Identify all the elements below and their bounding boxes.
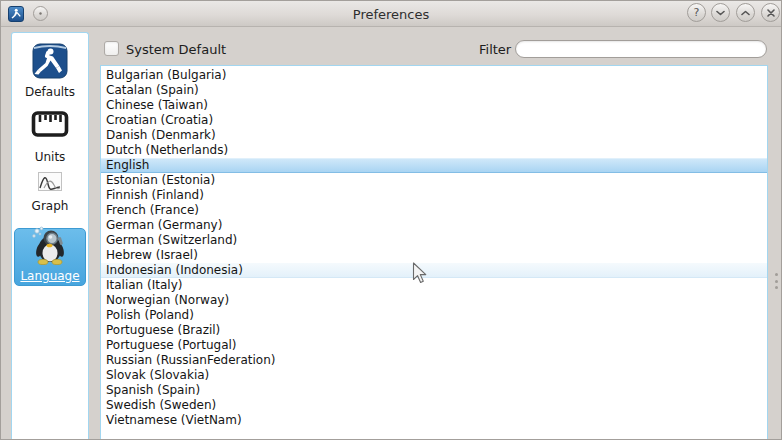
diver-icon <box>32 43 68 83</box>
list-item[interactable]: Bulgarian (Bulgaria) <box>101 68 767 83</box>
list-item[interactable]: Portuguese (Brazil) <box>101 323 767 338</box>
list-item[interactable]: Chinese (Taiwan) <box>101 98 767 113</box>
sidebar-item-graph[interactable]: Graph <box>32 172 69 213</box>
system-default-label: System Default <box>126 42 226 57</box>
list-item[interactable]: Italian (Italy) <box>101 278 767 293</box>
ruler-icon <box>31 110 69 142</box>
filter-label: Filter <box>479 42 511 57</box>
list-item[interactable]: Polish (Poland) <box>101 308 767 323</box>
close-icon <box>767 9 775 17</box>
sidebar-item-language[interactable]: Language <box>14 228 86 286</box>
sidebar-item-label: Units <box>35 150 66 164</box>
system-default-checkbox[interactable] <box>104 41 119 56</box>
tux-penguin-icon <box>28 225 72 269</box>
language-list: Bulgarian (Bulgaria)Catalan (Spain)Chine… <box>100 65 768 440</box>
sidebar-item-label: Defaults <box>25 85 75 99</box>
list-item[interactable]: English <box>101 158 767 173</box>
list-item[interactable]: Danish (Denmark) <box>101 128 767 143</box>
titlebar[interactable]: Preferences ? <box>1 1 781 27</box>
list-item[interactable]: Finnish (Finland) <box>101 188 767 203</box>
sidebar-item-label: Language <box>20 269 79 283</box>
list-item[interactable]: Catalan (Spain) <box>101 83 767 98</box>
list-item[interactable]: Vietnamese (VietNam) <box>101 413 767 428</box>
close-button[interactable] <box>761 3 780 22</box>
list-item[interactable]: German (Germany) <box>101 218 767 233</box>
window-resize-grip[interactable] <box>775 273 778 289</box>
sidebar: Defaults Units <box>11 32 89 440</box>
help-button[interactable]: ? <box>687 3 706 22</box>
chevron-up-icon <box>741 10 750 16</box>
list-item[interactable]: German (Switzerland) <box>101 233 767 248</box>
list-item[interactable]: Spanish (Spain) <box>101 383 767 398</box>
list-item[interactable]: Swedish (Sweden) <box>101 398 767 413</box>
filter-input[interactable] <box>515 40 767 58</box>
list-item[interactable]: Norwegian (Norway) <box>101 293 767 308</box>
chevron-down-icon <box>716 10 725 16</box>
graph-curve-icon <box>38 172 62 195</box>
list-item[interactable]: Croatian (Croatia) <box>101 113 767 128</box>
unshade-button[interactable] <box>736 3 755 22</box>
list-item[interactable]: Russian (RussianFederation) <box>101 353 767 368</box>
list-item[interactable]: French (France) <box>101 203 767 218</box>
list-item[interactable]: Estonian (Estonia) <box>101 173 767 188</box>
preferences-window: Preferences ? System Default Filter <box>0 0 782 440</box>
list-item[interactable]: Portuguese (Portugal) <box>101 338 767 353</box>
sidebar-item-units[interactable]: Units <box>31 110 69 164</box>
list-item[interactable]: Dutch (Netherlands) <box>101 143 767 158</box>
list-item[interactable]: Slovak (Slovakia) <box>101 368 767 383</box>
window-title: Preferences <box>1 1 781 27</box>
list-item[interactable]: Hebrew (Israel) <box>101 248 767 263</box>
sidebar-item-label: Graph <box>32 199 69 213</box>
list-item[interactable]: Indonesian (Indonesia) <box>101 263 767 278</box>
shade-button[interactable] <box>711 3 730 22</box>
sidebar-item-defaults[interactable]: Defaults <box>25 43 75 99</box>
